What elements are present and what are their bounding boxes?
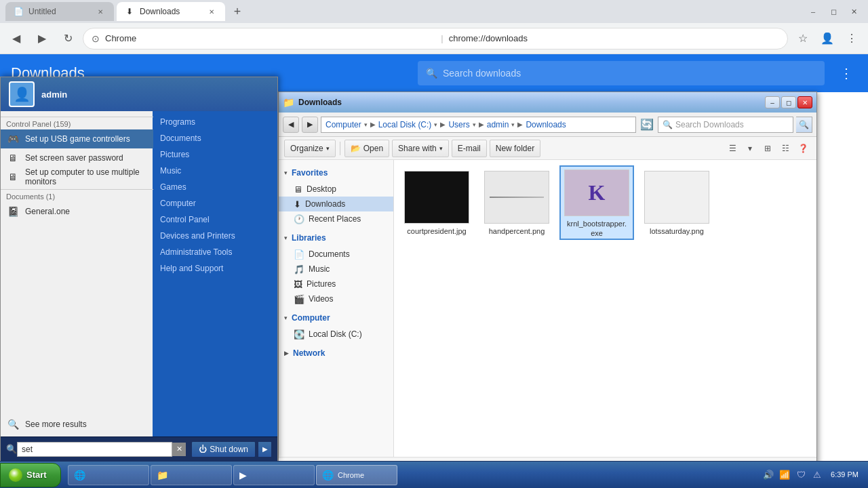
sidebar-item-videos[interactable]: 🎬 Videos [279,291,393,306]
downloads-menu-button[interactable]: ⋮ [835,62,857,84]
taskbar-media[interactable]: ▶ [233,465,315,485]
file-lotssaturday[interactable]: lotssaturday.png [639,165,714,240]
bc-admin-dropdown[interactable]: ▾ [511,121,515,128]
computer-header[interactable]: ▾ Computer [279,309,393,327]
tab-untitled-close[interactable]: ✕ [95,6,106,17]
organize-button[interactable]: Organize ▾ [284,140,336,157]
network-label: Network [293,348,325,358]
bc-computer-dropdown[interactable]: ▾ [364,121,368,128]
help-button[interactable]: ❓ [795,140,811,157]
explorer-forward[interactable]: ▶ [302,117,318,133]
sm-right-help[interactable]: Help and Support [153,260,277,277]
bc-localdisk[interactable]: Local Disk (C:) [378,120,432,129]
sm-right-music[interactable]: Music [153,163,277,179]
bc-localdisk-dropdown[interactable]: ▾ [434,121,437,128]
bc-admin[interactable]: admin [487,120,509,129]
file-name-krnl: krnl_bootstrapper.exe [567,219,627,236]
view-details[interactable]: ☰ [724,140,741,157]
share-with-button[interactable]: Share with ▾ [392,140,449,157]
explorer-maximize[interactable]: ◻ [781,96,796,108]
sidebar-item-desktop[interactable]: 🖥 Desktop [279,182,393,197]
open-button[interactable]: 📂 Open [344,140,389,157]
maximize-button[interactable]: ◻ [825,5,842,18]
tray-security[interactable]: 🛡 [794,468,808,482]
screensaver-label: Set screen saver password [25,153,148,163]
tray-network[interactable]: 📶 [778,468,791,482]
see-more-results[interactable]: 🔍 See more results [1,415,153,434]
tray-alert[interactable]: ⚠ [810,468,824,482]
explorer-search-submit[interactable]: 🔍 [796,117,812,133]
sidebar-item-documents[interactable]: 📄 Documents [279,247,393,262]
explorer-close[interactable]: ✕ [797,96,812,108]
sidebar-section-favorites: ▾ Favorites 🖥 Desktop ⬇ Downloads 🕐 Rece… [279,164,393,226]
tray-volume[interactable]: 🔊 [762,468,775,482]
forward-button[interactable]: ▶ [31,28,53,49]
new-tab-button[interactable]: + [228,2,247,21]
email-button[interactable]: E-mail [452,140,487,157]
downloads-search-bar[interactable]: 🔍 Search downloads [418,61,825,85]
toolbar-sep-1 [340,142,340,155]
file-courtpresident[interactable]: courtpresident.jpg [399,165,474,240]
toolbar-icons: ☆ 👤 ⋮ [792,28,863,49]
new-folder-button[interactable]: New folder [490,140,540,157]
file-krnl[interactable]: K krnl_bootstrapper.exe [559,165,634,240]
tab-downloads[interactable]: ⬇ Downloads ✕ [117,2,225,21]
view-small-icons[interactable]: ☷ [777,140,793,157]
start-search-input[interactable] [17,442,172,457]
minimize-button[interactable]: – [804,5,822,18]
explorer-toolbar: Organize ▾ 📂 Open Share with ▾ E-mail Ne… [279,137,816,160]
sidebar-item-recent[interactable]: 🕐 Recent Places [279,211,393,226]
bc-computer[interactable]: Computer [326,120,361,129]
sidebar-item-localdisk[interactable]: 💽 Local Disk (C:) [279,327,393,342]
explorer-minimize[interactable]: – [765,96,780,108]
refresh-button[interactable]: ↻ [57,28,79,49]
sm-right-computer[interactable]: Computer [153,195,277,211]
explorer-refresh[interactable]: 🔄 [639,117,655,133]
taskbar-chrome[interactable]: 🌐 Chrome [316,465,397,485]
explorer-breadcrumb[interactable]: Computer ▾ ▶ Local Disk (C:) ▾ ▶ Users ▾… [321,117,636,133]
shutdown-more-button[interactable]: ▶ [258,441,272,458]
sidebar-item-downloads[interactable]: ⬇ Downloads [279,197,393,211]
general-icon: 📓 [6,205,20,218]
start-button[interactable]: Start [0,463,61,487]
network-header[interactable]: ▶ Network [279,344,393,362]
sm-item-monitors[interactable]: 🖥 Set up computer to use multiple monito… [1,167,153,186]
taskbar-explorer[interactable]: 📁 [151,465,232,485]
sm-right-games[interactable]: Games [153,179,277,195]
bc-users-dropdown[interactable]: ▾ [473,121,476,128]
profile-icon[interactable]: 👤 [816,28,838,49]
sm-item-screensaver[interactable]: 🖥 Set screen saver password [1,148,153,167]
sm-right-control-panel[interactable]: Control Panel [153,211,277,228]
address-bar[interactable]: ⊙ Chrome | chrome://downloads [83,28,788,49]
back-button[interactable]: ◀ [5,28,27,49]
sm-right-documents[interactable]: Documents [153,130,277,146]
explorer-back[interactable]: ◀ [283,117,299,133]
favorites-header[interactable]: ▾ Favorites [279,164,393,182]
sm-item-usb[interactable]: 🎮 Set up USB game controllers [1,129,153,148]
close-button[interactable]: ✕ [845,5,863,18]
bc-downloads[interactable]: Downloads [526,120,566,129]
search-icon: 🔍 [426,68,437,79]
bc-users[interactable]: Users [448,120,469,129]
start-search-clear[interactable]: ✕ [172,443,186,456]
taskbar-ie[interactable]: 🌐 [68,465,149,485]
sidebar-item-music[interactable]: 🎵 Music [279,262,393,277]
sm-right-devices[interactable]: Devices and Printers [153,228,277,244]
sidebar-item-pictures[interactable]: 🖼 Pictures [279,277,393,291]
tab-untitled[interactable]: 📄 Untitled ✕ [5,2,114,21]
explorer-search[interactable]: 🔍 Search Downloads [658,117,793,133]
view-large-icons[interactable]: ⊞ [760,140,776,157]
chrome-menu-icon[interactable]: ⋮ [841,28,863,49]
bookmarks-icon[interactable]: ☆ [792,28,814,49]
explorer-window-title: Downloads [298,98,761,107]
sm-right-admin-tools[interactable]: Administrative Tools [153,244,277,260]
sm-right-pictures[interactable]: Pictures [153,146,277,163]
explorer-titlebar: 📁 Downloads – ◻ ✕ [279,92,816,113]
shutdown-button[interactable]: ⏻ Shut down [191,441,256,458]
sm-item-general[interactable]: 📓 General.one [1,202,153,221]
tab-downloads-close[interactable]: ✕ [206,6,217,17]
sm-right-programs[interactable]: Programs [153,114,277,130]
libraries-header[interactable]: ▾ Libraries [279,229,393,247]
view-dropdown[interactable]: ▾ [742,140,758,157]
file-handpercent[interactable]: handpercent.png [479,165,554,240]
